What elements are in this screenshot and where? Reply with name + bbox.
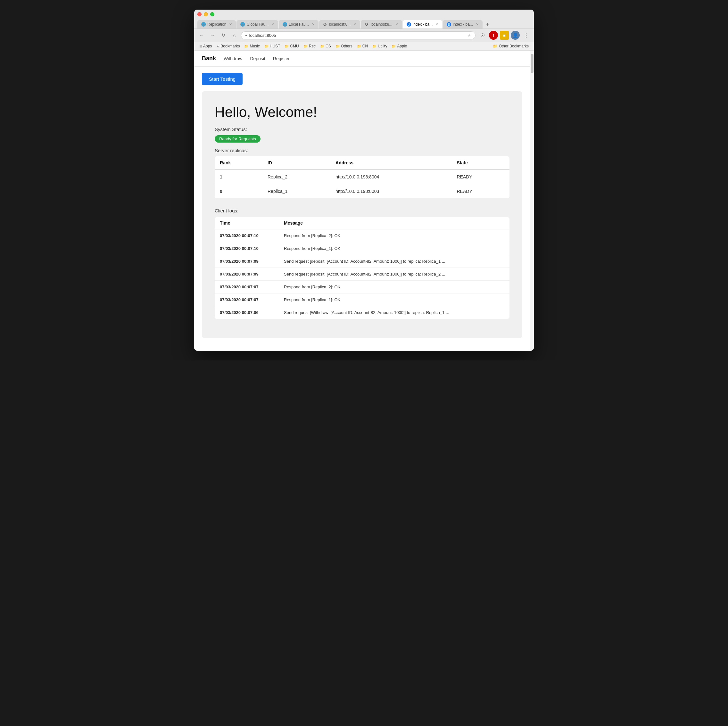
reload-button[interactable]: ↻ xyxy=(219,31,228,40)
bookmark-cmu[interactable]: 📁 CMU xyxy=(283,43,301,49)
bookmark-apple[interactable]: 📁 Apple xyxy=(390,43,409,49)
bookmark-cn[interactable]: 📁 CN xyxy=(355,43,370,49)
tab-favicon: ⟳ xyxy=(365,22,369,27)
browser-body: Bank Withdraw Deposit Register Start Tes… xyxy=(194,50,534,351)
nav-register[interactable]: Register xyxy=(273,56,290,61)
log-message: Send request [deposit: [Account ID: Acco… xyxy=(279,268,509,281)
bookmark-others-label: Others xyxy=(341,44,352,48)
folder-icon: 📁 xyxy=(320,44,324,48)
tab-close-icon[interactable]: ✕ xyxy=(395,23,398,27)
tab-index-bank-7[interactable]: B index - ba... ✕ xyxy=(443,20,483,29)
bookmark-music-label: Music xyxy=(249,44,260,48)
folder-icon: 📁 xyxy=(265,44,269,48)
shield-icon: ☉ xyxy=(478,31,487,40)
tab-favicon: B xyxy=(447,22,451,27)
other-bookmarks-label: Other Bookmarks xyxy=(499,44,529,48)
log-message: Respond from [Replica_1]: OK xyxy=(279,242,509,255)
tab-close-icon[interactable]: ✕ xyxy=(436,23,438,27)
tab-favicon: 🌐 xyxy=(283,22,287,27)
address-bar: ← → ↻ ⌂ ● localhost:8005 ★ ☉ ! ■ 👤 ⋮ xyxy=(194,29,534,42)
bookmark-music[interactable]: 📁 Music xyxy=(242,43,262,49)
tab-label: index - ba... xyxy=(453,22,473,27)
bookmark-bookmarks-label: Bookmarks xyxy=(220,44,240,48)
cell-address: http://10.0.0.198:8004 xyxy=(330,170,451,184)
log-time: 07/03/2020 00:07:09 xyxy=(215,268,279,281)
page-nav: Bank Withdraw Deposit Register xyxy=(194,50,530,67)
log-message: Respond from [Replica_2]: OK xyxy=(279,281,509,293)
server-replicas-label: Server replicas: xyxy=(215,148,509,153)
nav-deposit[interactable]: Deposit xyxy=(250,56,265,61)
col-rank: Rank xyxy=(215,156,262,170)
bookmark-hust[interactable]: 📁 HUST xyxy=(262,43,282,49)
log-row: 07/03/2020 00:07:10 Respond from [Replic… xyxy=(215,229,509,242)
back-button[interactable]: ← xyxy=(197,31,206,40)
home-button[interactable]: ⌂ xyxy=(230,31,239,40)
url-bar[interactable]: ● localhost:8005 ★ xyxy=(241,31,476,40)
start-testing-button[interactable]: Start Testing xyxy=(202,73,243,85)
scrollbar-thumb[interactable] xyxy=(531,54,534,73)
bookmark-utility-label: Utility xyxy=(378,44,387,48)
log-time: 07/03/2020 00:07:10 xyxy=(215,229,279,242)
bookmark-utility[interactable]: 📁 Utility xyxy=(370,43,389,49)
tab-global-fault[interactable]: 🌐 Global Fau... ✕ xyxy=(237,20,278,29)
tab-label: index - ba... xyxy=(413,22,433,27)
tab-close-icon[interactable]: ✕ xyxy=(476,23,479,27)
extension-icon-red[interactable]: ! xyxy=(489,31,498,40)
maximize-button[interactable] xyxy=(210,12,214,16)
folder-icon: 📁 xyxy=(244,44,249,48)
nav-withdraw[interactable]: Withdraw xyxy=(224,56,242,61)
log-message: Send request [deposit: [Account ID: Acco… xyxy=(279,255,509,268)
bookmark-rec[interactable]: 📁 Rec xyxy=(301,43,318,49)
folder-icon: 📁 xyxy=(493,44,498,48)
scrollbar[interactable] xyxy=(530,50,534,351)
col-address: Address xyxy=(330,156,451,170)
tab-localhost-5[interactable]: ⟳ localhost:8... ✕ xyxy=(361,20,402,29)
bookmark-star-icon[interactable]: ★ xyxy=(468,33,471,38)
welcome-heading: Hello, Welcome! xyxy=(215,104,509,120)
bookmark-apps-label: Apps xyxy=(203,44,212,48)
close-button[interactable] xyxy=(197,12,202,16)
bookmark-cn-label: CN xyxy=(362,44,368,48)
table-row: 0 Replica_1 http://10.0.0.198:8003 READY xyxy=(215,184,509,199)
bookmark-apps[interactable]: ⊞ Apps xyxy=(197,43,214,49)
bookmark-bookmarks[interactable]: ★ Bookmarks xyxy=(214,43,242,49)
minimize-button[interactable] xyxy=(204,12,208,16)
log-row: 07/03/2020 00:07:09 Send request [deposi… xyxy=(215,255,509,268)
more-options-icon[interactable]: ⋮ xyxy=(522,31,531,40)
log-message: Send request [Withdraw: [Account ID: Acc… xyxy=(279,306,509,319)
url-text: localhost:8005 xyxy=(249,33,466,38)
other-bookmarks[interactable]: 📁 Other Bookmarks xyxy=(491,43,531,49)
logs-section: Client logs: Time Message 07/03/2020 00:… xyxy=(215,208,509,319)
forward-button[interactable]: → xyxy=(208,31,217,40)
col-time: Time xyxy=(215,217,279,229)
logs-table: Time Message 07/03/2020 00:07:10 Respond… xyxy=(215,217,509,319)
security-icon: ● xyxy=(245,33,247,37)
bookmark-cs-label: CS xyxy=(326,44,331,48)
extension-icon-yellow[interactable]: ■ xyxy=(500,31,509,40)
cell-id: Replica_1 xyxy=(262,184,330,199)
col-id: ID xyxy=(262,156,330,170)
log-time: 07/03/2020 00:07:09 xyxy=(215,255,279,268)
bookmarks-bar: ⊞ Apps ★ Bookmarks 📁 Music 📁 HUST 📁 CMU … xyxy=(194,42,534,50)
tab-local-fault[interactable]: 🌐 Local Fau... ✕ xyxy=(279,20,318,29)
tab-localhost-4[interactable]: ⟳ localhost:8... ✕ xyxy=(319,20,360,29)
tab-index-bank-active[interactable]: B index - ba... ✕ xyxy=(403,20,442,29)
tab-close-icon[interactable]: ✕ xyxy=(271,23,274,27)
tab-favicon: ⟳ xyxy=(323,22,327,27)
log-row: 07/03/2020 00:07:10 Respond from [Replic… xyxy=(215,242,509,255)
tabs-bar: 🌐 Replication ✕ 🌐 Global Fau... ✕ 🌐 Loca… xyxy=(197,19,531,29)
client-logs-label: Client logs: xyxy=(215,208,509,213)
tab-close-icon[interactable]: ✕ xyxy=(353,23,356,27)
tab-label: localhost:8... xyxy=(371,22,392,27)
bookmark-others[interactable]: 📁 Others xyxy=(333,43,354,49)
tab-replication[interactable]: 🌐 Replication ✕ xyxy=(197,20,236,29)
log-message: Respond from [Replica_1]: OK xyxy=(279,293,509,306)
profile-avatar[interactable]: 👤 xyxy=(511,31,520,40)
log-row: 07/03/2020 00:07:06 Send request [Withdr… xyxy=(215,306,509,319)
new-tab-button[interactable]: + xyxy=(483,20,492,29)
bookmark-apple-label: Apple xyxy=(397,44,407,48)
tab-close-icon[interactable]: ✕ xyxy=(229,23,232,27)
tab-close-icon[interactable]: ✕ xyxy=(312,23,315,27)
folder-icon: 📁 xyxy=(335,44,340,48)
bookmark-cs[interactable]: 📁 CS xyxy=(318,43,333,49)
